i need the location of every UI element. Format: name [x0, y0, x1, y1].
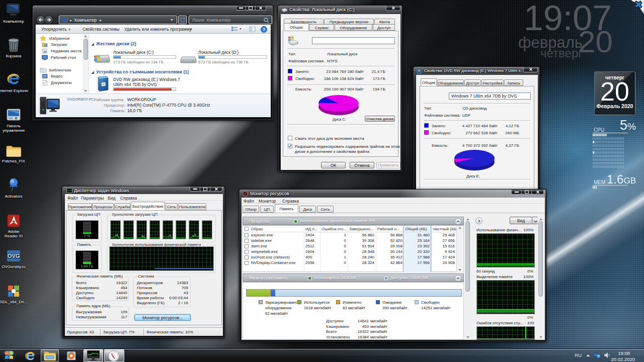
svg-text:OVG: OVG: [8, 253, 20, 259]
svg-text:?: ?: [263, 27, 266, 32]
